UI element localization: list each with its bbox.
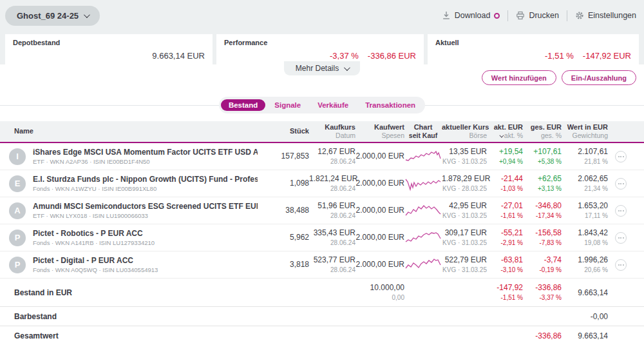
tab-verkaeufe[interactable]: Verkäufe [310, 99, 356, 111]
asset-name-cell[interactable]: P Pictet - Digital - P EUR ACC Fonds · W… [0, 256, 258, 273]
portfolio-selector[interactable]: Ghost_69 24-25 [5, 6, 100, 26]
shares-cell: 38,488 [258, 206, 309, 216]
row-menu-button[interactable] [615, 151, 627, 162]
add-value-button[interactable]: Wert hinzufügen [482, 70, 556, 85]
column-header-ges-eur[interactable]: ges. EUR ges. % [523, 123, 562, 141]
table-row[interactable]: I iShares Edge MSCI USA Momentum Factor … [0, 143, 644, 170]
column-header-kaufwert[interactable]: Kaufwert Spesen [355, 123, 404, 141]
buy-value: 2.000,00 EUR [355, 206, 404, 216]
row-menu-button[interactable] [615, 259, 627, 271]
day-change-pct: -1,61 % [487, 211, 523, 220]
column-header-chart[interactable]: Chart seit Kauf [404, 123, 442, 141]
column-header-aktueller-kurs[interactable]: aktueller Kurs Börse [442, 123, 487, 141]
current-price: 1.878,29 EUR [442, 174, 487, 184]
asset-name[interactable]: E.I. Sturdza Funds plc - Nippon Growth (… [33, 175, 258, 184]
column-header-name[interactable]: Name [0, 127, 258, 136]
more-details-button[interactable]: Mehr Details [284, 61, 360, 75]
gear-icon [575, 11, 584, 20]
table-row[interactable]: E E.I. Sturdza Funds plc - Nippon Growth… [0, 170, 644, 197]
chevron-down-icon [84, 12, 90, 18]
totals-day-change: -147,92 -1,51 % [487, 283, 523, 302]
toolbar: Download Drucken [442, 10, 639, 21]
value-eur: 1.653,20 [562, 201, 608, 211]
buy-value: 2.000,00 EUR [355, 233, 404, 243]
current-price-cell: 13,35 EUR KVG · 31.03.25 [442, 147, 487, 166]
column-header-kaufkurs[interactable]: Kaufkurs Datum [309, 123, 355, 141]
sparkline-cell[interactable] [404, 149, 442, 164]
aktuell-pct: -1,51 % [545, 51, 574, 61]
download-button[interactable]: Download [442, 11, 500, 20]
column-header-wert-in-eur[interactable]: Wert in EUR Gewichtung [562, 123, 608, 141]
current-price: 42,95 EUR [442, 201, 487, 211]
asset-name[interactable]: Pictet - Robotics - P EUR ACC [33, 229, 155, 238]
day-change-cell: -55,21 -2,91 % [487, 228, 523, 247]
gesamtwert-label: Gesamtwert [0, 331, 355, 340]
settings-button[interactable]: Einstellungen [575, 11, 636, 20]
day-change-pct: -1,03 % [487, 184, 523, 193]
value-cell: 1.843,42 19,08 % [562, 228, 608, 247]
exchange-date: KVG · 31.03.25 [442, 211, 487, 220]
weight-pct: 20,66 % [562, 266, 608, 274]
header-band: Ghost_69 24-25 Download [0, 0, 644, 64]
performance-pct: -3,37 % [330, 51, 359, 61]
ellipsis-icon [618, 183, 620, 184]
total-change-cell: +107,61 +5,38 % [523, 147, 562, 166]
row-menu-button[interactable] [615, 232, 627, 244]
buy-date: 28.06.24 [309, 266, 355, 274]
card-label: Performance [224, 39, 416, 46]
asset-name[interactable]: iShares Edge MSCI USA Momentum Factor UC… [33, 148, 258, 157]
asset-name[interactable]: Pictet - Digital - P EUR ACC [33, 256, 158, 265]
card-label: Depotbestand [13, 39, 205, 46]
row-menu-button[interactable] [615, 205, 627, 217]
sparkline-cell[interactable] [404, 257, 442, 273]
print-label: Drucken [529, 11, 559, 20]
print-button[interactable]: Drucken [516, 11, 559, 20]
buy-value: 2.000,00 EUR [355, 152, 404, 162]
tab-transaktionen[interactable]: Transaktionen [357, 99, 423, 111]
exchange-date: KVG · 28.03.25 [442, 184, 487, 193]
current-price-cell: 1.878,29 EUR KVG · 28.03.25 [442, 174, 487, 193]
sparkline-cell[interactable] [404, 203, 442, 219]
day-change-pct: -3,10 % [487, 266, 523, 274]
weight-pct: 17,11 % [562, 211, 608, 220]
tab-bestand[interactable]: Bestand [221, 99, 265, 111]
buy-date: 28.06.24 [309, 211, 355, 220]
toolbar-divider [507, 10, 508, 21]
asset-name-cell[interactable]: P Pictet - Robotics - P EUR ACC Fonds · … [0, 229, 258, 246]
day-change-eur: -21,44 [487, 174, 523, 184]
table-row[interactable]: A Amundi MSCI Semiconductors ESG Screene… [0, 197, 644, 224]
depot-value: 9.663,14 EUR [152, 51, 205, 61]
total-change-cell: -346,80 -17,34 % [523, 201, 562, 220]
asset-name[interactable]: Amundi MSCI Semiconductors ESG Screened … [33, 202, 258, 211]
table-row[interactable]: P Pictet - Digital - P EUR ACC Fonds · W… [0, 251, 644, 279]
asset-name-cell[interactable]: E E.I. Sturdza Funds plc - Nippon Growth… [0, 175, 258, 192]
value-eur: 2.062,65 [562, 174, 608, 184]
day-change-cell: -27,01 -1,61 % [487, 201, 523, 220]
sparkline-cell[interactable] [404, 230, 442, 246]
tab-signale[interactable]: Signale [267, 99, 308, 111]
toolbar-divider [567, 10, 567, 21]
asset-meta: ETF · WKN LYX018 · ISIN LU1900066033 [33, 212, 258, 219]
buy-date: 28.06.24 [309, 157, 355, 166]
column-header-stueck[interactable]: Stück [258, 127, 309, 136]
asset-meta: ETF · WKN A2AP36 · ISIN IE00BD1F4N50 [33, 158, 258, 165]
sparkline-cell[interactable] [404, 176, 442, 191]
sparkline-chart-icon [405, 149, 441, 164]
deposit-withdraw-button[interactable]: Ein-/Auszahlung [562, 70, 636, 85]
aktuell-eur: -147,92 EUR [583, 51, 631, 61]
current-price: 522,79 EUR [442, 255, 487, 266]
total-change-pct: +3,13 % [523, 184, 562, 193]
table-row[interactable]: P Pictet - Robotics - P EUR ACC Fonds · … [0, 224, 644, 251]
asset-name-cell[interactable]: A Amundi MSCI Semiconductors ESG Screene… [0, 202, 258, 219]
buy-price-cell: 12,67 EUR 28.06.24 [309, 147, 355, 166]
totals-buy-value: 10.000,00 0,00 [355, 283, 404, 302]
download-badge-icon [494, 13, 500, 19]
buy-price-cell: 51,96 EUR 28.06.24 [309, 201, 355, 220]
shares-cell: 5,962 [258, 233, 309, 243]
sparkline-chart-icon [405, 230, 441, 246]
asset-name-cell[interactable]: I iShares Edge MSCI USA Momentum Factor … [0, 148, 258, 165]
buy-date: 28.06.24 [309, 239, 355, 247]
column-header-akt-eur[interactable]: akt. EUR akt. % [487, 123, 523, 141]
row-menu-button[interactable] [615, 178, 627, 190]
total-change-pct: -7,83 % [523, 239, 562, 247]
